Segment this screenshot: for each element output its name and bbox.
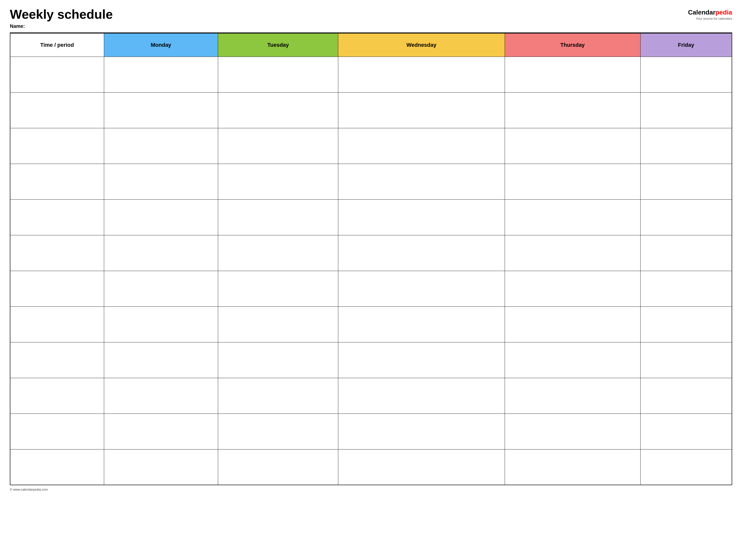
table-cell-time[interactable] — [10, 271, 104, 306]
table-row[interactable] — [10, 342, 732, 378]
table-cell-wednesday[interactable] — [338, 306, 505, 342]
table-cell-thursday[interactable] — [505, 306, 640, 342]
table-row[interactable] — [10, 378, 732, 413]
table-cell-friday[interactable] — [640, 271, 732, 306]
table-cell-thursday[interactable] — [505, 200, 640, 235]
table-cell-friday[interactable] — [640, 164, 732, 200]
table-cell-time[interactable] — [10, 164, 104, 200]
table-cell-thursday[interactable] — [505, 128, 640, 164]
table-cell-friday[interactable] — [640, 92, 732, 128]
table-row[interactable] — [10, 235, 732, 271]
table-cell-friday[interactable] — [640, 342, 732, 378]
table-cell-wednesday[interactable] — [338, 200, 505, 235]
table-cell-time[interactable] — [10, 342, 104, 378]
table-cell-tuesday[interactable] — [218, 271, 338, 306]
footer: © www.calendarpedia.com — [10, 488, 732, 491]
table-row[interactable] — [10, 306, 732, 342]
table-cell-time[interactable] — [10, 413, 104, 449]
table-cell-tuesday[interactable] — [218, 342, 338, 378]
table-cell-time[interactable] — [10, 449, 104, 485]
table-cell-wednesday[interactable] — [338, 342, 505, 378]
table-cell-monday[interactable] — [104, 92, 218, 128]
table-cell-monday[interactable] — [104, 449, 218, 485]
table-cell-monday[interactable] — [104, 57, 218, 92]
table-cell-thursday[interactable] — [505, 164, 640, 200]
table-cell-thursday[interactable] — [505, 271, 640, 306]
table-cell-thursday[interactable] — [505, 342, 640, 378]
table-cell-friday[interactable] — [640, 449, 732, 485]
table-header-row: Time / period Monday Tuesday Wednesday T… — [10, 33, 732, 57]
table-cell-monday[interactable] — [104, 342, 218, 378]
col-header-thursday: Thursday — [505, 33, 640, 57]
table-cell-tuesday[interactable] — [218, 306, 338, 342]
table-cell-thursday[interactable] — [505, 92, 640, 128]
table-cell-time[interactable] — [10, 378, 104, 413]
table-cell-monday[interactable] — [104, 413, 218, 449]
table-cell-monday[interactable] — [104, 378, 218, 413]
page-title: Weekly schedule — [10, 7, 113, 21]
table-cell-tuesday[interactable] — [218, 413, 338, 449]
table-cell-time[interactable] — [10, 235, 104, 271]
table-cell-time[interactable] — [10, 92, 104, 128]
logo-calendar: Calendar — [688, 9, 716, 16]
table-cell-friday[interactable] — [640, 413, 732, 449]
table-cell-monday[interactable] — [104, 200, 218, 235]
table-row[interactable] — [10, 413, 732, 449]
table-cell-tuesday[interactable] — [218, 92, 338, 128]
table-cell-time[interactable] — [10, 200, 104, 235]
logo-pedia: pedia — [716, 9, 732, 16]
schedule-table: Time / period Monday Tuesday Wednesday T… — [10, 33, 732, 485]
table-cell-tuesday[interactable] — [218, 235, 338, 271]
table-row[interactable] — [10, 200, 732, 235]
table-cell-monday[interactable] — [104, 128, 218, 164]
table-row[interactable] — [10, 449, 732, 485]
table-cell-friday[interactable] — [640, 57, 732, 92]
table-cell-tuesday[interactable] — [218, 449, 338, 485]
title-section: Weekly schedule Name: — [10, 7, 113, 29]
table-cell-monday[interactable] — [104, 306, 218, 342]
table-row[interactable] — [10, 164, 732, 200]
table-cell-wednesday[interactable] — [338, 271, 505, 306]
table-cell-friday[interactable] — [640, 378, 732, 413]
table-cell-friday[interactable] — [640, 128, 732, 164]
logo-section: Calendarpedia Your source for calendars — [688, 7, 732, 20]
table-cell-tuesday[interactable] — [218, 378, 338, 413]
table-cell-friday[interactable] — [640, 200, 732, 235]
table-cell-time[interactable] — [10, 128, 104, 164]
name-label: Name: — [10, 23, 113, 29]
table-cell-tuesday[interactable] — [218, 200, 338, 235]
table-cell-wednesday[interactable] — [338, 92, 505, 128]
table-cell-time[interactable] — [10, 57, 104, 92]
table-cell-tuesday[interactable] — [218, 128, 338, 164]
table-cell-friday[interactable] — [640, 235, 732, 271]
table-row[interactable] — [10, 271, 732, 306]
table-row[interactable] — [10, 92, 732, 128]
table-cell-thursday[interactable] — [505, 413, 640, 449]
table-cell-thursday[interactable] — [505, 449, 640, 485]
table-cell-thursday[interactable] — [505, 235, 640, 271]
table-cell-monday[interactable] — [104, 164, 218, 200]
table-cell-tuesday[interactable] — [218, 57, 338, 92]
table-cell-wednesday[interactable] — [338, 128, 505, 164]
table-body — [10, 57, 732, 485]
table-cell-wednesday[interactable] — [338, 235, 505, 271]
table-cell-wednesday[interactable] — [338, 449, 505, 485]
table-cell-wednesday[interactable] — [338, 378, 505, 413]
table-cell-thursday[interactable] — [505, 378, 640, 413]
table-cell-time[interactable] — [10, 306, 104, 342]
table-cell-monday[interactable] — [104, 271, 218, 306]
copyright-text: © www.calendarpedia.com — [10, 488, 48, 491]
table-row[interactable] — [10, 57, 732, 92]
table-cell-thursday[interactable] — [505, 57, 640, 92]
table-cell-friday[interactable] — [640, 306, 732, 342]
col-header-monday: Monday — [104, 33, 218, 57]
table-cell-monday[interactable] — [104, 235, 218, 271]
col-header-friday: Friday — [640, 33, 732, 57]
table-row[interactable] — [10, 128, 732, 164]
page-header: Weekly schedule Name: Calendarpedia Your… — [10, 7, 732, 29]
table-cell-wednesday[interactable] — [338, 57, 505, 92]
table-cell-wednesday[interactable] — [338, 413, 505, 449]
col-header-wednesday: Wednesday — [338, 33, 505, 57]
table-cell-wednesday[interactable] — [338, 164, 505, 200]
table-cell-tuesday[interactable] — [218, 164, 338, 200]
